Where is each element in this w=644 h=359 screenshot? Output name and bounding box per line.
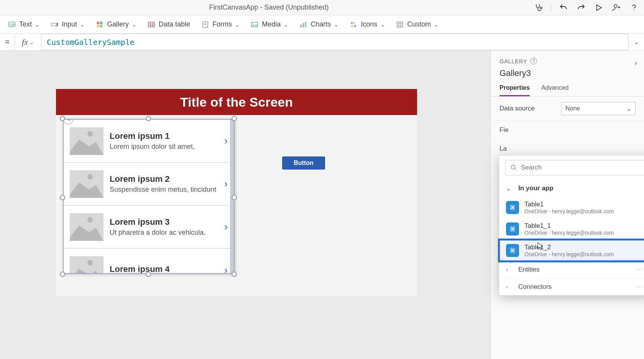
chevron-down-icon: ⌄	[334, 21, 338, 28]
icons-icon	[349, 20, 358, 29]
redo-icon[interactable]	[576, 2, 586, 13]
tab-advanced[interactable]: Advanced	[541, 81, 568, 96]
chevron-down-icon: ⌄	[284, 21, 288, 28]
svg-rect-8	[100, 21, 103, 24]
selection-handle[interactable]	[60, 272, 65, 277]
title-bar: FirstCanvasApp - Saved (Unpublished)	[0, 0, 644, 15]
chevron-right-icon[interactable]: ›	[224, 178, 228, 190]
screen-title[interactable]: Title of the Screen	[56, 89, 417, 115]
gallery-item-subtitle: Lorem ipsum dolor sit amet,	[110, 143, 218, 151]
gallery-row[interactable]: Lorem ipsum 3 Ut pharetra a dolor ac veh…	[64, 206, 234, 249]
ribbon-text[interactable]: Abc Text⌄	[8, 20, 39, 29]
selection-handle[interactable]	[146, 116, 151, 121]
prop-label: Data source	[499, 105, 535, 112]
gallery-row[interactable]: Lorem ipsum 4 ›	[64, 249, 234, 274]
data-source-dropdown[interactable]: None⌄	[561, 102, 636, 115]
ribbon-data-table[interactable]: Data table	[147, 20, 190, 29]
gallery-row[interactable]: Lorem ipsum 2 Suspendisse enim metus, ti…	[64, 163, 234, 206]
chevron-right-icon[interactable]: ›	[224, 264, 228, 274]
gallery-icon	[95, 20, 104, 29]
svg-rect-9	[97, 25, 100, 27]
more-icon[interactable]: ···	[636, 266, 644, 273]
formula-bar: = fx ⌄ CustomGallerySample ⌄	[0, 34, 644, 51]
search-box[interactable]	[505, 160, 644, 175]
svg-rect-11	[148, 22, 155, 27]
selection-handle[interactable]	[146, 272, 151, 277]
media-icon	[250, 20, 259, 29]
data-source-item[interactable]: Table1 OneDrive - henry.legge@outlook.co…	[499, 197, 644, 218]
svg-rect-17	[305, 21, 306, 27]
formula-input[interactable]: CustomGallerySample	[41, 34, 629, 50]
svg-point-3	[634, 10, 634, 10]
selection-handle[interactable]	[60, 116, 65, 121]
panel-collapse-icon[interactable]: ›	[634, 58, 637, 67]
ribbon-text-label: Text	[19, 20, 32, 28]
chevron-down-icon: ⌄	[235, 21, 240, 28]
gallery-control[interactable]: ✎ Lorem ipsum 1 Lorem ipsum dolor sit am…	[63, 119, 235, 274]
undo-icon[interactable]	[558, 2, 569, 13]
formula-equals: =	[0, 34, 15, 50]
source-path: OneDrive - henry.legge@outlook.com	[524, 208, 614, 214]
excel-source-icon	[506, 201, 519, 214]
selection-handle[interactable]	[60, 195, 65, 200]
ribbon-charts[interactable]: Charts⌄	[299, 20, 338, 29]
prop-fields: Fie	[491, 121, 644, 140]
share-user-icon[interactable]	[611, 2, 622, 13]
more-icon[interactable]: ···	[636, 283, 644, 291]
source-name: Table1_2	[524, 244, 614, 251]
gallery-item-title: Lorem ipsum 3	[110, 217, 218, 227]
tab-properties[interactable]: Properties	[499, 81, 530, 96]
gallery-row[interactable]: Lorem ipsum 1 Lorem ipsum dolor sit amet…	[64, 120, 234, 163]
formula-fx-dropdown[interactable]: fx ⌄	[15, 34, 41, 50]
ribbon-icons[interactable]: Icons⌄	[349, 20, 385, 29]
canvas-area[interactable]: Title of the Screen Button ✎ Lorem ipsum…	[0, 51, 491, 359]
placeholder-image-icon	[70, 127, 104, 155]
svg-rect-20	[397, 21, 399, 24]
ribbon-media[interactable]: Media⌄	[250, 20, 288, 29]
formula-expand-icon[interactable]: ⌄	[629, 34, 644, 50]
selection-handle[interactable]	[232, 195, 237, 200]
ribbon-input[interactable]: Input⌄	[50, 20, 85, 29]
help-icon[interactable]	[629, 2, 639, 13]
svg-rect-21	[401, 21, 403, 24]
svg-rect-23	[401, 25, 403, 27]
svg-point-14	[253, 23, 254, 24]
chevron-right-icon[interactable]: ›	[224, 221, 228, 233]
svg-rect-16	[303, 23, 304, 27]
data-source-popup: ⌄ In your app Table1 OneDrive - henry.le…	[499, 155, 644, 296]
svg-rect-6	[51, 23, 56, 26]
ribbon-forms[interactable]: Forms⌄	[201, 20, 240, 29]
play-icon[interactable]	[593, 2, 604, 13]
screen[interactable]: Title of the Screen Button ✎ Lorem ipsum…	[56, 89, 417, 296]
chevron-down-icon: ⌄	[132, 21, 136, 28]
ribbon-custom-label: Custom	[407, 20, 431, 28]
gallery-item-title: Lorem ipsum 2	[110, 174, 218, 184]
chevron-down-icon: ⌄	[30, 39, 34, 45]
stethoscope-icon[interactable]	[533, 2, 544, 13]
ribbon-custom[interactable]: Custom⌄	[396, 20, 439, 29]
control-name: Gallery3	[499, 68, 636, 78]
svg-rect-10	[100, 25, 103, 27]
selection-handle[interactable]	[232, 272, 237, 277]
source-name: Table1	[524, 201, 614, 208]
ribbon-gallery[interactable]: Gallery⌄	[95, 20, 136, 29]
selection-handle[interactable]	[232, 116, 237, 121]
ribbon-charts-label: Charts	[310, 20, 331, 28]
canvas-button[interactable]: Button	[282, 156, 325, 170]
data-source-item[interactable]: Table1_1 OneDrive - henry.legge@outlook.…	[499, 218, 644, 240]
search-input[interactable]	[521, 164, 640, 171]
svg-marker-1	[597, 5, 602, 10]
chevron-right-icon[interactable]: ›	[224, 135, 228, 147]
svg-point-2	[614, 5, 617, 8]
section-entities[interactable]: › Entities ···	[499, 261, 644, 278]
data-source-item[interactable]: Table1_2 OneDrive - henry.legge@outlook.…	[499, 240, 644, 261]
ribbon-gallery-label: Gallery	[107, 20, 129, 28]
section-in-your-app[interactable]: ⌄ In your app	[499, 180, 644, 197]
help-icon[interactable]: ?	[530, 58, 537, 64]
placeholder-image-icon	[70, 213, 104, 241]
svg-rect-22	[397, 25, 399, 27]
ribbon-forms-label: Forms	[212, 20, 232, 28]
forms-icon	[201, 20, 209, 29]
source-name: Table1_1	[524, 222, 614, 230]
section-connectors[interactable]: › Connectors ···	[499, 278, 644, 295]
